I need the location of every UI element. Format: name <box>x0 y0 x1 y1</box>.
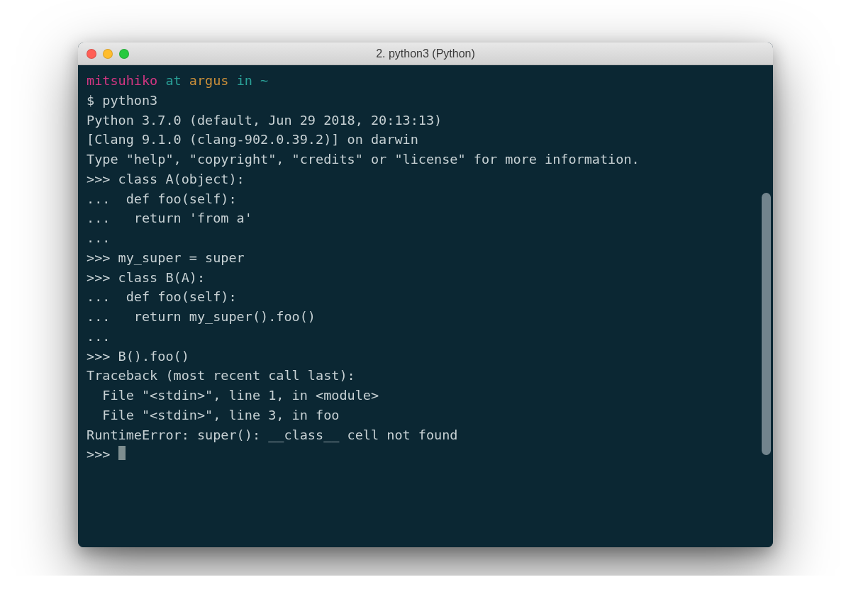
close-icon[interactable] <box>87 49 96 59</box>
repl-line: >>> B().foo() <box>87 349 189 364</box>
repl-prompt: >>> <box>87 447 118 461</box>
repl-line: >>> class B(A): <box>87 270 205 285</box>
banner-line-3: Type "help", "copyright", "credits" or "… <box>87 152 640 167</box>
repl-line: ... <box>87 329 110 344</box>
prompt-user: mitsuhiko <box>87 73 157 88</box>
fullscreen-icon[interactable] <box>119 49 129 59</box>
terminal-body[interactable]: mitsuhiko at argus in ~ $ python3 Python… <box>78 65 773 547</box>
terminal-window: 2. python3 (Python) mitsuhiko at argus i… <box>78 43 773 547</box>
repl-line: ... <box>87 230 110 245</box>
repl-line: >>> class A(object): <box>87 172 245 186</box>
traceback-line: Traceback (most recent call last): <box>87 368 355 383</box>
traffic-lights <box>78 49 129 59</box>
shell-command: python3 <box>102 93 157 108</box>
repl-line: ... return my_super().foo() <box>87 309 316 324</box>
prompt-dir: ~ <box>260 73 268 88</box>
banner-line-2: [Clang 9.1.0 (clang-902.0.39.2)] on darw… <box>87 132 418 147</box>
repl-line: ... def foo(self): <box>87 191 237 206</box>
scrollbar-thumb[interactable] <box>762 193 771 455</box>
terminal-content: mitsuhiko at argus in ~ $ python3 Python… <box>87 71 767 464</box>
cursor-icon <box>118 446 126 460</box>
shell-dollar: $ <box>87 93 102 108</box>
prompt-in: in <box>229 73 261 88</box>
traceback-line: File "<stdin>", line 1, in <module> <box>87 388 379 403</box>
repl-line: ... return 'from a' <box>87 211 252 225</box>
prompt-host: argus <box>189 73 229 88</box>
banner-line-1: Python 3.7.0 (default, Jun 29 2018, 20:1… <box>87 113 442 128</box>
window-title: 2. python3 (Python) <box>78 47 773 60</box>
title-bar[interactable]: 2. python3 (Python) <box>78 43 773 65</box>
prompt-at: at <box>157 73 189 88</box>
minimize-icon[interactable] <box>103 49 113 59</box>
scrollbar-track[interactable] <box>762 86 772 441</box>
traceback-line: File "<stdin>", line 3, in foo <box>87 408 339 422</box>
repl-line: >>> my_super = super <box>87 250 245 265</box>
repl-line: ... def foo(self): <box>87 289 237 304</box>
traceback-line: RuntimeError: super(): __class__ cell no… <box>87 427 457 442</box>
